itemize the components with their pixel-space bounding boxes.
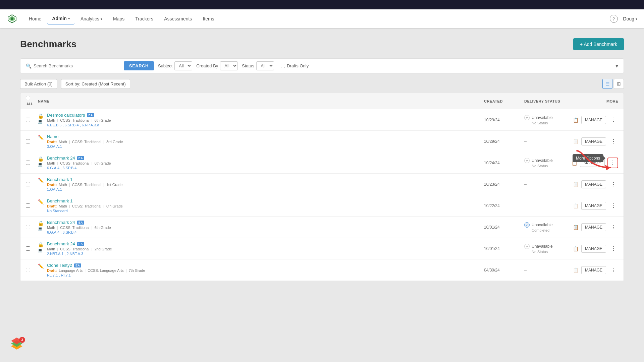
row-icons: ✏️ [38, 263, 44, 269]
benchmark-name-link[interactable]: Name [47, 134, 123, 139]
created-by-select[interactable]: All [220, 61, 238, 70]
nav-logo [7, 13, 17, 24]
copy-icon[interactable]: 📋 [573, 117, 579, 123]
sort-button[interactable]: Sort by: Created (Most Recent) [61, 79, 130, 89]
search-icon: 🔍 [26, 63, 32, 69]
more-options-button[interactable]: ⋮ [609, 117, 618, 123]
manage-button[interactable]: MANAGE [581, 266, 606, 274]
status-select[interactable]: All [256, 61, 274, 70]
help-button[interactable]: ? [610, 15, 618, 23]
more-options-button[interactable]: ⋮ [609, 267, 618, 274]
nav-item-home[interactable]: Home [24, 13, 46, 24]
topbar [0, 0, 644, 9]
search-input[interactable] [34, 63, 94, 68]
row-checkbox-cell [26, 118, 38, 122]
row-checkbox-cell [26, 182, 38, 186]
benchmark-name-link[interactable]: Benchmark 24 EA [47, 156, 111, 161]
benchmark-name-link[interactable]: Clone Testy2 EA [47, 263, 145, 268]
row-name-col: ✏️ Benchmark 1 Draft: Math| CCSS: Tradit… [38, 177, 484, 191]
benchmark-name-link[interactable]: Benchmark 1 [47, 177, 122, 182]
edit-icon: ✏️ [38, 135, 44, 140]
more-options-button[interactable]: ⋮ [609, 202, 618, 209]
standards-row: 3.OA.A.1 [47, 144, 123, 148]
subject-select[interactable]: All [174, 61, 192, 70]
row-icons: ✏️ [38, 178, 44, 183]
manage-button[interactable]: MANAGE [581, 180, 606, 188]
row-checkbox[interactable] [26, 246, 30, 251]
benchmark-name-link[interactable]: Benchmark 24 EA [47, 220, 111, 225]
row-date: 10/22/24 [484, 203, 524, 208]
more-options-button[interactable]: ⋮ [609, 224, 618, 231]
copy-icon[interactable]: 📋 [573, 203, 579, 208]
user-name: Doug [623, 16, 634, 21]
search-button[interactable]: SEARCH [124, 61, 154, 70]
draft-label: Draft: [47, 140, 57, 144]
nav-item-assessments[interactable]: Assessments [159, 13, 197, 24]
benchmark-name-link[interactable]: Desmos calculators EA [47, 113, 111, 118]
manage-button[interactable]: MANAGE [581, 202, 606, 210]
nav-item-maps[interactable]: Maps [108, 13, 129, 24]
status-circle: ✓ [524, 222, 530, 228]
list-view-button[interactable]: ☰ [602, 79, 612, 89]
expand-button[interactable]: ▾ [615, 63, 618, 69]
bottom-widget[interactable]: 3 [7, 335, 27, 355]
drafts-only-checkbox-label[interactable]: Drafts Only [281, 63, 309, 68]
row-checkbox-cell [26, 246, 38, 251]
more-options-button[interactable]: ⋮ [609, 181, 618, 188]
user-menu[interactable]: Doug ▾ [623, 16, 637, 21]
name-info: Benchmark 1 Draft: Math| CCSS: Tradition… [47, 177, 122, 191]
row-checkbox-cell [26, 139, 38, 143]
row-date: 04/30/24 [484, 268, 524, 273]
copy-icon[interactable]: 📋 [573, 182, 579, 187]
copy-icon[interactable]: 📋 [573, 267, 579, 273]
name-header: NAME [38, 99, 484, 103]
grid-view-button[interactable]: ⊞ [614, 79, 624, 89]
more-options-button-highlighted[interactable]: ⋮ [607, 158, 618, 168]
manage-button[interactable]: MANAGE [581, 223, 606, 231]
copy-icon[interactable]: 📋 [573, 246, 579, 251]
standards-row: 6.G.A.4 , 6.SP.B.4 [47, 166, 111, 170]
row-checkbox[interactable] [26, 268, 30, 272]
row-meta: Math| CCSS: Traditional| 6th Grade [47, 161, 111, 165]
row-checkbox[interactable] [26, 182, 30, 186]
copy-icon[interactable]: 📋 [572, 160, 577, 166]
name-info: Benchmark 24 EA Math| CCSS: Traditional|… [47, 220, 111, 234]
more-options-button[interactable]: ⋮ [609, 245, 618, 252]
manage-button[interactable]: MANAGE [581, 137, 606, 145]
manage-button[interactable]: MANAGE [581, 116, 606, 124]
add-benchmark-button[interactable]: + Add Benchmark [573, 38, 624, 50]
device-icon: 💻 [38, 162, 44, 167]
nav-item-analytics[interactable]: Analytics ▾ [76, 13, 107, 24]
manage-button[interactable]: MANAGE [580, 159, 605, 167]
drafts-only-label: Drafts Only [287, 63, 309, 68]
status-circle: ○ [524, 115, 530, 120]
nav-item-admin[interactable]: Admin ▾ [47, 13, 74, 24]
row-checkbox[interactable] [26, 203, 30, 208]
benchmarks-table: ALL NAME CREATED DELIVERY STATUS MORE 🔒 … [20, 93, 624, 281]
manage-button[interactable]: MANAGE [581, 245, 606, 253]
row-checkbox[interactable] [26, 118, 30, 122]
row-checkbox[interactable] [26, 139, 30, 143]
copy-icon[interactable]: 📋 [573, 225, 579, 230]
row-checkbox[interactable] [26, 161, 30, 165]
status-filter: Status All [242, 61, 274, 70]
row-actions: 📋 MANAGE ⋮ [591, 245, 618, 253]
bulk-action-button[interactable]: Bulk Action (0) [20, 79, 57, 89]
table-row: ✏️ Benchmark 1 Draft: Math| CCSS: Tradit… [20, 174, 624, 195]
widget-badge: 3 [19, 337, 25, 343]
nav-item-items[interactable]: Items [198, 13, 219, 24]
row-checkbox[interactable] [26, 225, 30, 229]
more-options-button[interactable]: ⋮ [609, 138, 618, 145]
drafts-only-checkbox[interactable] [281, 64, 285, 68]
benchmark-name-link[interactable]: Benchmark 24 EA [47, 241, 112, 246]
grid-view-icon: ⊞ [617, 81, 621, 86]
row-icons: 🔒 💻 [38, 242, 44, 252]
status-text: Unavailable [532, 115, 553, 120]
select-all-checkbox[interactable] [26, 96, 30, 100]
copy-icon[interactable]: 📋 [573, 139, 579, 144]
nav-item-trackers[interactable]: Trackers [130, 13, 158, 24]
row-icons: 🔒 💻 [38, 221, 44, 231]
status-circle: ○ [524, 244, 530, 249]
chevron-down-icon: ▾ [101, 17, 102, 21]
benchmark-name-link[interactable]: Benchmark 1 [47, 198, 123, 203]
